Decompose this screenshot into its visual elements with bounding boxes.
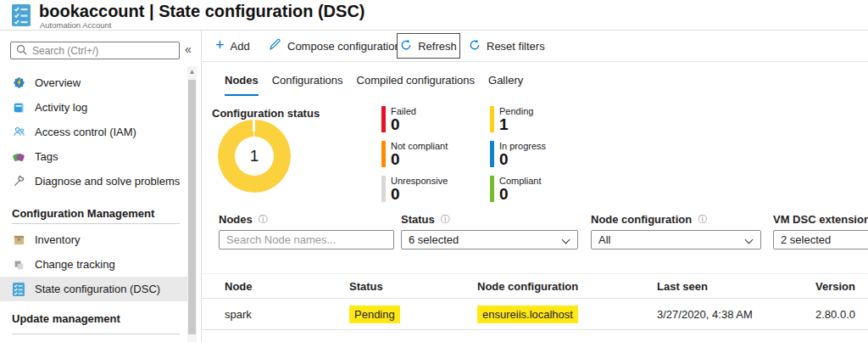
- node-configuration-dropdown[interactable]: All: [591, 230, 761, 249]
- sidebar-search-input[interactable]: [32, 45, 174, 57]
- dsc-checklist-icon: [12, 4, 31, 30]
- cell-last-seen: 3/27/2020, 4:38 AM: [657, 308, 815, 321]
- table-header-row: Node Status Node configuration Last seen…: [202, 273, 868, 299]
- sidebar-item-label: Change tracking: [35, 258, 115, 271]
- info-icon: ⓘ: [259, 213, 268, 226]
- failed-color-bar: [381, 106, 386, 132]
- filter-label-text: Node configuration: [591, 213, 692, 226]
- column-node-configuration[interactable]: Node configuration: [477, 280, 657, 293]
- tile-compliant: Compliant 0: [490, 176, 542, 202]
- info-icon: ⓘ: [441, 213, 450, 226]
- page-subtitle: Automation Account: [40, 20, 112, 30]
- add-label: Add: [231, 40, 250, 53]
- inventory-icon: [12, 233, 25, 247]
- tile-unresponsive: Unresponsive 0: [381, 176, 448, 202]
- tile-value: 0: [499, 186, 542, 202]
- table-row[interactable]: spark Pending ensureiis.localhost 3/27/2…: [202, 299, 868, 330]
- node-name-search-input[interactable]: [226, 233, 387, 246]
- pencil-icon: [269, 38, 281, 53]
- column-version[interactable]: Version: [815, 280, 868, 293]
- access-control-icon: [12, 126, 25, 139]
- sidebar-item-activity-log[interactable]: Activity log: [0, 95, 187, 120]
- info-icon: ⓘ: [698, 213, 707, 226]
- status-dropdown[interactable]: 6 selected: [401, 230, 578, 249]
- filter-status-label: Status ⓘ: [401, 213, 450, 226]
- sidebar-item-label: Tags: [35, 150, 58, 163]
- sidebar-scrollbar[interactable]: ▲: [187, 66, 197, 342]
- overview-icon: [12, 76, 25, 90]
- sidebar-item-state-configuration[interactable]: State configuration (DSC): [0, 277, 187, 301]
- configuration-status-donut: 1: [218, 120, 291, 193]
- scrollbar-thumb[interactable]: [188, 80, 196, 334]
- sidebar-item-overview[interactable]: Overview: [0, 70, 187, 95]
- sidebar-item-tags[interactable]: Tags: [0, 144, 187, 169]
- cell-node[interactable]: spark: [225, 308, 349, 321]
- refresh-icon: [400, 39, 412, 53]
- sidebar-search[interactable]: [10, 42, 180, 59]
- tab-compiled-configurations[interactable]: Compiled configurations: [357, 74, 475, 96]
- reset-label: Reset filters: [487, 40, 545, 53]
- page-title: bookaccount | State configuration (DSC): [39, 2, 365, 21]
- refresh-label: Refresh: [418, 40, 457, 53]
- tile-value: 1: [499, 116, 533, 132]
- vm-dsc-dropdown[interactable]: 2 selected: [773, 230, 868, 249]
- change-tracking-icon: [12, 258, 25, 272]
- chevron-down-icon: [745, 236, 754, 244]
- sidebar-item-label: Activity log: [35, 101, 87, 114]
- section-divider: [12, 223, 180, 224]
- node-configuration-dropdown-value: All: [598, 233, 610, 246]
- column-last-seen[interactable]: Last seen: [657, 280, 815, 293]
- not-compliant-color-bar: [381, 141, 386, 167]
- compliant-color-bar: [490, 176, 494, 202]
- sidebar-item-label: Access control (IAM): [35, 126, 136, 138]
- column-node[interactable]: Node: [225, 280, 349, 293]
- tile-pending: Pending 1: [490, 106, 533, 132]
- dsc-icon: [12, 283, 25, 296]
- sidebar-item-inventory[interactable]: Inventory: [0, 227, 187, 252]
- sidebar-item-label: Overview: [35, 76, 81, 89]
- in-progress-color-bar: [490, 141, 494, 167]
- filter-label-text: Nodes: [219, 213, 253, 226]
- compose-label: Compose configuration: [287, 40, 401, 53]
- sidebar-item-change-tracking[interactable]: Change tracking: [0, 252, 187, 277]
- sidebar-item-partial[interactable]: [0, 338, 187, 342]
- unresponsive-color-bar: [381, 176, 386, 202]
- chevron-down-icon: [562, 236, 570, 244]
- filter-node-configuration-label: Node configuration ⓘ: [591, 213, 707, 226]
- wrench-icon: [12, 175, 25, 188]
- cell-node-configuration-highlighted: ensureiis.localhost: [477, 306, 578, 323]
- tab-bar: Nodes Configurations Compiled configurat…: [225, 74, 523, 96]
- activity-log-icon: [12, 101, 25, 115]
- filter-nodes-label: Nodes ⓘ: [219, 213, 268, 226]
- filter-label-text: Status: [401, 213, 435, 226]
- filter-vm-dsc-label: VM DSC extension v: [773, 213, 868, 226]
- tab-gallery[interactable]: Gallery: [488, 74, 523, 96]
- sidebar-item-access-control[interactable]: Access control (IAM): [0, 120, 187, 144]
- compose-configuration-button[interactable]: Compose configuration: [269, 31, 401, 61]
- cell-version: 2.80.0.0: [815, 308, 868, 321]
- tab-nodes[interactable]: Nodes: [225, 74, 259, 96]
- status-dropdown-value: 6 selected: [409, 233, 459, 246]
- section-configuration-management: Configuration Management: [12, 207, 154, 220]
- reset-icon: [469, 39, 481, 53]
- page-header: bookaccount | State configuration (DSC) …: [0, 0, 868, 31]
- scrollbar-up-icon[interactable]: ▲: [187, 68, 197, 76]
- sidebar-item-label: Diagnose and solve problems: [35, 175, 180, 188]
- vm-dsc-dropdown-value: 2 selected: [781, 233, 831, 246]
- search-icon: [16, 43, 27, 59]
- sidebar-item-diagnose[interactable]: Diagnose and solve problems: [0, 169, 187, 193]
- reset-filters-button[interactable]: Reset filters: [469, 31, 545, 61]
- section-update-management: Update management: [12, 312, 120, 325]
- cell-status-highlighted: Pending: [349, 306, 400, 323]
- main-content: + Add Compose configuration Refresh Rese…: [202, 31, 868, 342]
- add-button[interactable]: + Add: [215, 31, 250, 61]
- refresh-button[interactable]: Refresh: [397, 33, 460, 59]
- column-status[interactable]: Status: [349, 280, 477, 293]
- tags-icon: [12, 150, 25, 164]
- node-name-search[interactable]: [219, 230, 394, 249]
- tab-configurations[interactable]: Configurations: [272, 74, 343, 96]
- sidebar-item-label: State configuration (DSC): [35, 283, 160, 295]
- command-bar: + Add Compose configuration Refresh Rese…: [202, 31, 868, 62]
- collapse-sidebar-icon[interactable]: «: [185, 42, 192, 56]
- configuration-status-title: Configuration status: [212, 107, 320, 120]
